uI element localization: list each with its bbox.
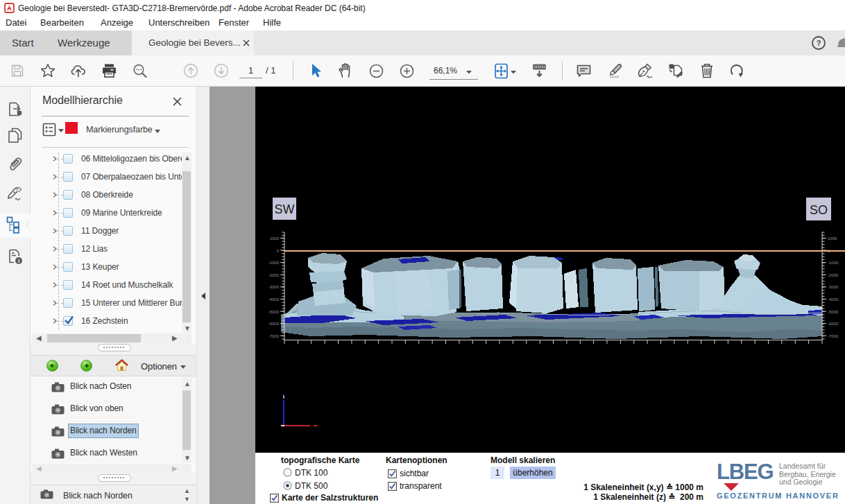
svg-text:-3000: -3000 [828,285,839,289]
svg-text:SW: SW [275,202,295,216]
svg-text:1000: 1000 [828,236,837,241]
svg-text:SO: SO [810,203,828,217]
svg-text:-7000: -7000 [268,334,280,338]
svg-text:-3000: -3000 [268,285,280,289]
svg-text:1000: 1000 [270,236,280,241]
svg-text:0: 0 [277,249,280,253]
svg-text:-6000: -6000 [828,322,839,326]
svg-text:-7000: -7000 [828,334,839,338]
svg-text:-2000: -2000 [828,273,839,277]
svg-text:-4000: -4000 [828,297,839,302]
svg-text:-1000: -1000 [828,261,839,265]
svg-text:?: ? [817,39,821,47]
svg-text:-5000: -5000 [828,310,839,314]
svg-text:-6000: -6000 [268,322,280,326]
svg-text:A: A [7,5,12,12]
svg-text:-5000: -5000 [268,310,280,314]
svg-text:-4000: -4000 [268,297,280,302]
svg-text:-1000: -1000 [268,261,280,265]
svg-text:-2000: -2000 [268,273,280,277]
